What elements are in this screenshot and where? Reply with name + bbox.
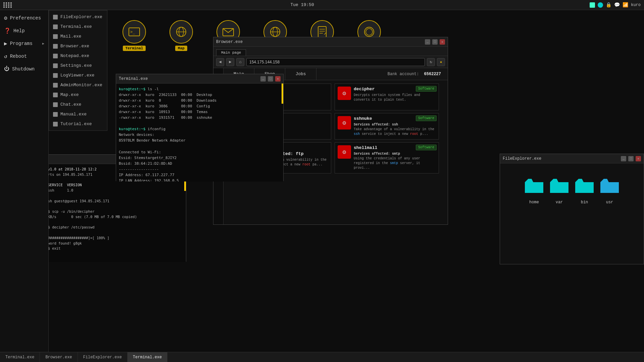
file-explorer-window: FileExplorer.exe _ □ ✕ home var (500, 154, 644, 264)
terminal-main-maximize[interactable]: □ (268, 76, 273, 82)
app-item-notepad[interactable]: Notepad.exe (49, 51, 107, 61)
browser-title: Browser.exe (216, 40, 425, 44)
app-item-fileexplorer[interactable]: FileExplorer.exe (49, 12, 107, 22)
browser-forward-button[interactable]: ▶ (226, 58, 234, 66)
browser-minimize[interactable]: _ (425, 39, 430, 45)
file-icon (53, 15, 58, 19)
file-explorer-close[interactable]: ✕ (636, 156, 641, 161)
browser-tab-main[interactable]: Main page (216, 49, 246, 56)
folder-var[interactable]: var (550, 177, 568, 205)
taskbar-btn-browser[interactable]: Browser.exe (40, 352, 78, 362)
terminal-scrollbar[interactable] (282, 84, 283, 104)
browser-home-button[interactable]: ⌂ (236, 58, 244, 66)
file-explorer-titlebar: FileExplorer.exe _ □ ✕ (500, 154, 644, 163)
taskbar-bottom: Terminal.exe Browser.exe FileExplorer.ex… (0, 352, 644, 362)
shutdown-icon: ⏻ (4, 66, 9, 72)
app-item-mail[interactable]: Mail.exe (49, 32, 107, 41)
shop-badge-shellmail: Software (416, 145, 437, 150)
terminal-main-close[interactable]: ✕ (275, 76, 281, 82)
file-icon (53, 93, 58, 97)
shop-item-shellmail[interactable]: Software ⚙ shellmail Services affected: … (335, 142, 439, 173)
system-tray: 🔒 💬 📶 kuro (590, 2, 641, 8)
tray-username: kuro (631, 3, 641, 7)
tray-icon-3: 🔒 (606, 2, 611, 8)
shop-badge-sshnuke: Software (416, 115, 437, 121)
sidebar-item-help[interactable]: ❓ Help (0, 24, 48, 37)
sidebar: ⚙ Preferences ❓ Help ▶ Programs ▶ ↺ Rebo… (0, 10, 49, 362)
svg-rect-21 (575, 182, 594, 193)
folder-home[interactable]: home (525, 177, 543, 205)
folder-bin[interactable]: bin (575, 177, 594, 205)
tray-icon-5: 📶 (623, 2, 628, 8)
shop-item-decipher[interactable]: Software ⚙ decipher Decrypts certain sys… (335, 84, 439, 110)
browser-menu-jobs[interactable]: Jobs (285, 68, 316, 80)
file-explorer-folders: home var bin (500, 163, 644, 211)
folder-home-icon (525, 177, 543, 198)
desktop-icon-map[interactable]: Map (168, 20, 195, 51)
clock-display: Tue 19:50 (290, 2, 314, 7)
preferences-icon: ⚙ (4, 15, 7, 21)
sidebar-label-preferences: Preferences (10, 15, 41, 21)
app-item-map[interactable]: Map.exe (49, 90, 107, 100)
app-item-manual[interactable]: Manual.exe (49, 109, 107, 119)
decipher-icon: ⚙ (338, 87, 351, 100)
folder-usr[interactable]: usr (600, 177, 619, 205)
browser-bookmark-button[interactable]: ★ (437, 58, 445, 66)
sidebar-item-shutdown[interactable]: ⏻ Shutdown (0, 63, 48, 75)
sidebar-item-reboot[interactable]: ↺ Reboot (0, 50, 48, 63)
svg-text:>_: >_ (130, 30, 135, 34)
app-item-tutorial[interactable]: Tutorial.exe (49, 119, 107, 129)
browser-back-button[interactable]: ◀ (216, 58, 224, 66)
browser-maximize[interactable]: □ (432, 39, 438, 45)
sidebar-item-programs[interactable]: ▶ Programs ▶ (0, 37, 48, 50)
taskbar-btn-terminal-1[interactable]: Terminal.exe (0, 352, 40, 362)
decipher-desc: Decrypts certain system files and conver… (354, 93, 436, 102)
shop-item-sshnuke[interactable]: Software ⚙ sshnuke Services affected: ss… (335, 113, 439, 140)
tray-icon-1 (590, 2, 595, 8)
bank-account-display: Bank account: 6562227 (381, 72, 448, 76)
svg-rect-20 (550, 182, 568, 193)
app-item-terminal[interactable]: Terminal.exe (49, 22, 107, 32)
app-item-settings[interactable]: Settings.exe (49, 61, 107, 70)
file-icon (53, 63, 58, 68)
programs-icon: ▶ (4, 40, 7, 47)
sidebar-label-shutdown: Shutdown (12, 66, 35, 72)
apps-grid-icon[interactable] (3, 2, 12, 8)
terminal-main-controls: _ □ ✕ (260, 76, 281, 82)
browser-close[interactable]: ✕ (440, 39, 445, 45)
file-icon (53, 83, 58, 88)
browser-controls: _ □ ✕ (425, 39, 445, 45)
sidebar-item-preferences[interactable]: ⚙ Preferences (0, 12, 48, 24)
terminal-label: Terminal (123, 46, 146, 51)
sidebar-label-help: Help (13, 28, 25, 34)
sshnuke-desc: Services affected: ssh Take advantage of… (354, 122, 436, 137)
tray-icon-4: 💬 (614, 2, 620, 8)
file-explorer-title: FileExplorer.exe (503, 156, 621, 161)
sidebar-label-reboot: Reboot (10, 54, 27, 59)
app-item-chat[interactable]: Chat.exe (49, 100, 107, 109)
taskbar-top: Tue 19:50 🔒 💬 📶 kuro (0, 0, 644, 10)
shellmail-icon: ⚙ (338, 145, 351, 159)
terminal-main-title: Terminal.exe (119, 76, 260, 81)
svg-point-18 (366, 29, 373, 35)
taskbar-btn-terminal-2[interactable]: Terminal.exe (128, 352, 167, 362)
file-explorer-controls: _ □ ✕ (621, 156, 641, 161)
programs-arrow-icon: ▶ (42, 42, 44, 46)
taskbar-btn-fileexplorer[interactable]: FileExplorer.exe (78, 352, 128, 362)
file-icon (53, 34, 58, 39)
app-item-browser[interactable]: Browser.exe (49, 41, 107, 51)
folder-var-icon (550, 177, 568, 198)
terminal-icon: >_ (122, 20, 146, 44)
file-icon (53, 24, 58, 29)
file-icon (53, 44, 58, 49)
app-item-logviewer[interactable]: LogViewer.exe (49, 70, 107, 80)
desktop-icon-terminal[interactable]: >_ Terminal (121, 20, 148, 51)
terminal-main-minimize[interactable]: _ (260, 76, 266, 82)
browser-url-input[interactable] (246, 58, 425, 66)
svg-rect-12 (318, 27, 326, 37)
browser-refresh-button[interactable]: ↻ (427, 58, 435, 66)
map-icon (169, 20, 193, 44)
file-explorer-maximize[interactable]: □ (628, 156, 634, 161)
file-explorer-minimize[interactable]: _ (621, 156, 626, 161)
app-item-adminmonitor[interactable]: AdminMonitor.exe (49, 80, 107, 90)
